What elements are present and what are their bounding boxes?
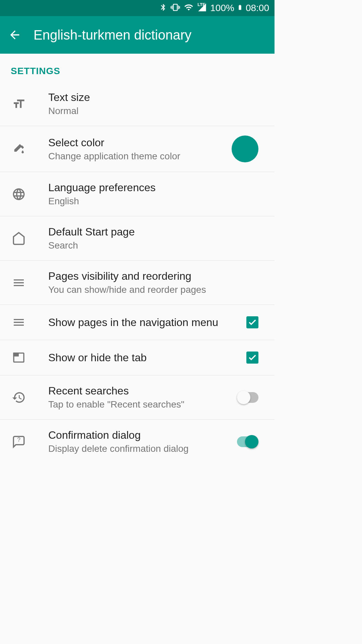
recent-searches-title: Recent searches (48, 385, 237, 397)
recent-searches-switch[interactable] (237, 392, 258, 403)
history-icon (11, 389, 27, 406)
status-icons: LTE 100% 08:00 (159, 2, 269, 14)
battery-percentage: 100% (210, 3, 234, 13)
menu-icon (11, 275, 27, 291)
show-hide-tab-title: Show or hide the tab (48, 352, 246, 364)
confirmation-dialog-switch[interactable] (237, 436, 258, 447)
setting-show-pages-nav[interactable]: Show pages in the navigation menu (0, 305, 275, 340)
show-pages-nav-checkbox[interactable] (246, 316, 258, 328)
svg-text:?: ? (17, 436, 20, 443)
text-size-icon (11, 96, 27, 112)
setting-recent-searches[interactable]: Recent searches Tap to enable "Recent se… (0, 375, 275, 420)
tab-icon (11, 350, 27, 366)
text-size-title: Text size (48, 91, 264, 104)
lte-label: LTE (197, 2, 205, 7)
recent-searches-subtitle: Tap to enable "Recent searches" (48, 399, 237, 410)
help-message-icon: ? (11, 434, 27, 450)
color-preview-circle (232, 136, 258, 162)
setting-start-page[interactable]: Default Start page Search (0, 216, 275, 261)
setting-pages-visibility[interactable]: Pages visibility and reordering You can … (0, 261, 275, 305)
select-color-subtitle: Change application theme color (48, 151, 232, 162)
start-page-value: Search (48, 240, 264, 251)
select-color-title: Select color (48, 137, 232, 149)
app-bar: English-turkmen dictionary (0, 16, 275, 54)
show-hide-tab-checkbox[interactable] (246, 352, 258, 364)
pages-visibility-title: Pages visibility and reordering (48, 270, 264, 282)
start-page-title: Default Start page (48, 226, 264, 238)
setting-text-size[interactable]: Text size Normal (0, 82, 275, 126)
menu-icon (11, 314, 27, 330)
bluetooth-icon (159, 3, 167, 13)
format-color-icon (11, 141, 27, 157)
section-header-settings: SETTINGS (0, 54, 275, 82)
signal-icon: LTE (197, 3, 207, 13)
setting-confirmation-dialog[interactable]: ? Confirmation dialog Display delete con… (0, 420, 275, 464)
app-title: English-turkmen dictionary (34, 28, 191, 43)
pages-visibility-subtitle: You can show/hide and reorder pages (48, 284, 264, 295)
globe-icon (11, 186, 27, 202)
setting-language[interactable]: Language preferences English (0, 172, 275, 216)
confirmation-dialog-subtitle: Display delete confirmation dialog (48, 443, 237, 454)
clock-time: 08:00 (246, 3, 269, 13)
setting-select-color[interactable]: Select color Change application theme co… (0, 126, 275, 172)
vibrate-icon (170, 3, 181, 13)
language-title: Language preferences (48, 181, 264, 194)
setting-show-hide-tab[interactable]: Show or hide the tab (0, 340, 275, 375)
back-button[interactable] (8, 28, 21, 42)
show-pages-nav-title: Show pages in the navigation menu (48, 316, 246, 329)
confirmation-dialog-title: Confirmation dialog (48, 429, 237, 441)
battery-icon (237, 2, 243, 14)
home-icon (11, 230, 27, 247)
text-size-value: Normal (48, 106, 264, 116)
language-value: English (48, 196, 264, 207)
wifi-icon (183, 3, 194, 13)
status-bar: LTE 100% 08:00 (0, 0, 275, 16)
